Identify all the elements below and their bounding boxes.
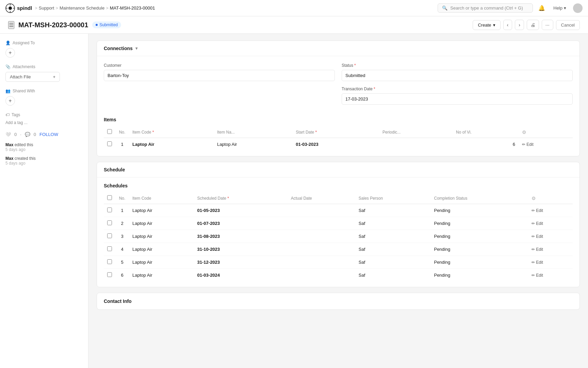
sched-no: 3	[115, 230, 129, 243]
item-start-date: 01-03-2023	[292, 138, 379, 151]
table-row: 6 Laptop Air 01-03-2024 Saf Pending ✏ Ed…	[104, 269, 573, 282]
schedule-body: Schedules No. Item Code Scheduled Date *…	[97, 178, 579, 287]
likes-count: 0	[14, 132, 17, 137]
items-col-name: Item Na...	[214, 126, 292, 138]
comments-count: 0	[34, 132, 36, 137]
sched-completion: Pending	[430, 269, 528, 282]
header-left: ☰ MAT-MSH-2023-00001 Submitted	[8, 21, 121, 29]
brand-logo[interactable]: spindl	[5, 3, 32, 13]
sched-edit-button[interactable]: ✏ Edit	[532, 234, 543, 239]
chevron-down-icon: ▾	[493, 22, 495, 28]
sched-actual-date	[288, 217, 355, 230]
item-code: Laptop Air	[129, 138, 214, 151]
breadcrumb-maintenance[interactable]: Maintenance Schedule	[60, 5, 104, 11]
assigned-to-section: 👤 Assigned To +	[5, 41, 83, 58]
attachments-section: 📎 Attachments Attach File +	[5, 64, 83, 82]
items-select-all[interactable]	[107, 129, 112, 134]
sched-checkbox[interactable]	[107, 259, 112, 264]
transaction-date-field: Transaction Date *	[342, 87, 573, 105]
attachment-icon: 📎	[5, 64, 11, 69]
attachments-label: 📎 Attachments	[5, 64, 83, 69]
add-shared-with-button[interactable]: +	[5, 96, 15, 106]
sched-date: 31-08-2023	[194, 230, 288, 243]
connections-header: Connections ▾	[97, 41, 579, 56]
page-header: ☰ MAT-MSH-2023-00001 Submitted Create ▾ …	[0, 16, 588, 34]
right-col: Status * Transaction Date *	[342, 63, 573, 105]
sched-checkbox[interactable]	[107, 220, 112, 225]
sched-checkbox[interactable]	[107, 272, 112, 277]
share-icon: 👥	[5, 89, 11, 93]
transaction-date-label: Transaction Date *	[342, 87, 573, 91]
sched-col-sales: Sales Person	[355, 193, 431, 204]
nav-left: spindl > Support > Maintenance Schedule …	[5, 3, 155, 13]
contact-info-title: Contact Info	[104, 298, 573, 304]
table-row: 4 Laptop Air 31-10-2023 Saf Pending ✏ Ed…	[104, 243, 573, 256]
sched-select-all[interactable]	[107, 195, 112, 200]
sidebar: 👤 Assigned To + 📎 Attachments Attach Fil…	[0, 34, 88, 368]
sched-edit-button[interactable]: ✏ Edit	[532, 273, 543, 278]
help-button[interactable]: Help ▾	[551, 4, 569, 12]
activity-action-1: edited this	[15, 142, 33, 147]
sched-completion: Pending	[430, 230, 528, 243]
table-row: 2 Laptop Air 01-07-2023 Saf Pending ✏ Ed…	[104, 217, 573, 230]
attach-file-button[interactable]: Attach File +	[5, 72, 60, 82]
schedule-settings-icon[interactable]: ⚙	[532, 196, 536, 201]
brand-name: spindl	[17, 5, 32, 11]
items-title: Items	[104, 117, 573, 122]
sched-no: 6	[115, 269, 129, 282]
activity-time-2: 5 days ago	[5, 161, 83, 166]
status-required: *	[354, 63, 356, 68]
sched-sales-person: Saf	[355, 243, 431, 256]
prev-button[interactable]: ‹	[503, 20, 512, 30]
sched-actual-date	[288, 230, 355, 243]
sched-checkbox[interactable]	[107, 208, 112, 212]
sched-checkbox[interactable]	[107, 246, 112, 251]
sched-date: 31-10-2023	[194, 243, 288, 256]
chevron-down-icon[interactable]: ▾	[135, 46, 137, 51]
customer-input[interactable]	[104, 70, 335, 81]
activity-time-1: 5 days ago	[5, 147, 83, 152]
breadcrumb-current: MAT-MSH-2023-00001	[110, 5, 155, 11]
avatar[interactable]	[573, 3, 583, 13]
item-edit-button[interactable]: ✏ Edit	[522, 142, 534, 147]
activity-item: Max edited this 5 days ago	[5, 142, 83, 152]
sched-sales-person: Saf	[355, 217, 431, 230]
sched-item-code: Laptop Air	[129, 269, 194, 282]
follow-button[interactable]: FOLLOW	[39, 132, 58, 137]
transaction-date-input[interactable]	[342, 93, 573, 105]
cancel-button[interactable]: Cancel	[556, 20, 580, 30]
sched-checkbox[interactable]	[107, 233, 112, 238]
more-options-button[interactable]: ···	[542, 20, 553, 30]
create-button[interactable]: Create ▾	[473, 20, 500, 30]
tags-label: 🏷 Tags	[5, 112, 83, 117]
sched-edit-button[interactable]: ✏ Edit	[532, 247, 543, 252]
sched-sales-person: Saf	[355, 230, 431, 243]
notifications-button[interactable]: 🔔	[537, 3, 546, 13]
breadcrumb-support[interactable]: Support	[39, 5, 54, 11]
sched-item-code: Laptop Air	[129, 204, 194, 217]
add-assigned-to-button[interactable]: +	[5, 48, 15, 58]
next-button[interactable]: ›	[515, 20, 524, 30]
items-settings-icon[interactable]: ⚙	[522, 129, 526, 135]
search-bar[interactable]: 🔍 Search or type a command (Ctrl + G)	[438, 3, 533, 13]
tags-section: 🏷 Tags Add a tag ...	[5, 112, 83, 125]
item-checkbox[interactable]	[107, 141, 112, 146]
like-icon[interactable]: 🤍	[5, 132, 11, 137]
sched-date: 01-07-2023	[194, 217, 288, 230]
status-input[interactable]	[342, 70, 573, 81]
comment-icon[interactable]: 💬	[25, 132, 30, 137]
item-no-vi: 6	[453, 138, 519, 151]
table-row: 3 Laptop Air 31-08-2023 Saf Pending ✏ Ed…	[104, 230, 573, 243]
connections-card: Connections ▾ Customer Status	[97, 41, 580, 156]
cancel-label: Cancel	[561, 22, 575, 28]
menu-toggle[interactable]: ☰	[8, 21, 14, 29]
items-section: Items No. Item Code * Item Na...	[97, 111, 579, 156]
attach-file-label: Attach File	[10, 74, 31, 79]
sched-edit-button[interactable]: ✏ Edit	[532, 260, 543, 265]
sched-sales-person: Saf	[355, 204, 431, 217]
print-button[interactable]: 🖨	[527, 20, 539, 30]
add-tag-button[interactable]: Add a tag ...	[5, 120, 28, 125]
sched-edit-button[interactable]: ✏ Edit	[532, 221, 543, 226]
sched-edit-button[interactable]: ✏ Edit	[532, 208, 543, 213]
status-dot	[96, 24, 98, 26]
